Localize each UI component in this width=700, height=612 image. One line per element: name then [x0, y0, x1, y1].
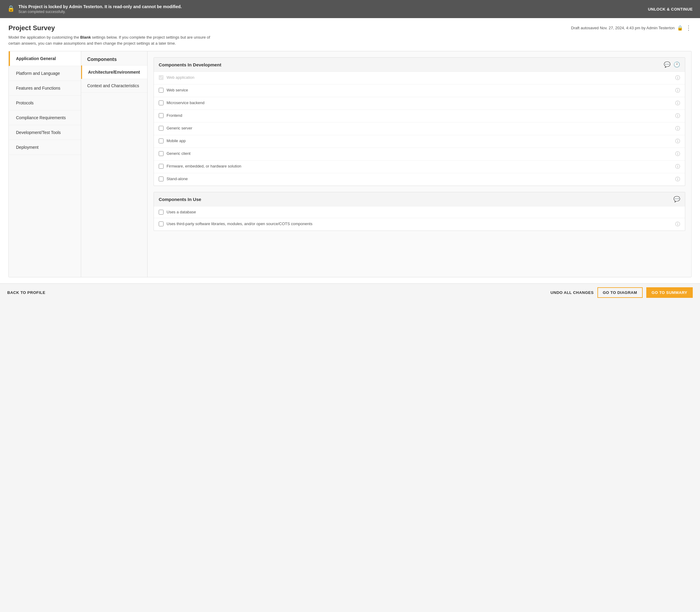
sidebar-item-protocols[interactable]: Protocols — [9, 96, 81, 110]
checkbox-web-service: Web service ⓘ — [154, 84, 685, 97]
checkbox-mobile-app-input[interactable] — [159, 139, 164, 143]
help-icon-mobile-app[interactable]: ⓘ — [675, 138, 680, 144]
checkbox-mobile-app: Mobile app ⓘ — [154, 135, 685, 148]
checkbox-web-application: Web application ⓘ — [154, 72, 685, 84]
banner-subtitle: Scan completed successfully. — [18, 10, 182, 14]
content-panel: Components In Development 💬 🕐 Web applic… — [148, 51, 691, 277]
components-in-development-section: Components In Development 💬 🕐 Web applic… — [154, 57, 685, 186]
checkbox-generic-client: Generic client ⓘ — [154, 148, 685, 161]
checkbox-uses-database-label: Uses a database — [167, 209, 680, 215]
checkbox-uses-third-party: Uses third-party software libraries, mod… — [154, 218, 685, 231]
go-to-diagram-button[interactable]: GO TO DIAGRAM — [598, 287, 643, 298]
project-description: Model the application by customizing the… — [9, 34, 220, 46]
checkbox-mobile-app-label: Mobile app — [167, 138, 672, 144]
checkbox-web-application-label: Web application — [167, 75, 672, 80]
checkbox-frontend-label: Frontend — [167, 113, 672, 118]
checkbox-firmware-embedded: Firmware, embedded, or hardware solution… — [154, 161, 685, 173]
autosave-text: Draft autosaved Nov. 27, 2024, 4:43 pm b… — [571, 26, 675, 30]
checkbox-generic-server-label: Generic server — [167, 126, 672, 131]
lock-banner-icon: 🔒 — [7, 5, 15, 12]
sidebar-item-application-general[interactable]: Application General — [9, 51, 81, 66]
middle-item-context-and-characteristics[interactable]: Context and Characteristics — [81, 79, 147, 93]
sidebar-item-deployment[interactable]: Deployment — [9, 140, 81, 155]
checkbox-uses-database: Uses a database — [154, 206, 685, 218]
help-icon-frontend[interactable]: ⓘ — [675, 113, 680, 119]
components-in-development-header: Components In Development 💬 🕐 — [154, 58, 685, 72]
project-meta: Draft autosaved Nov. 27, 2024, 4:43 pm b… — [571, 24, 692, 31]
help-icon-stand-alone[interactable]: ⓘ — [675, 176, 680, 183]
components-in-use-section: Components In Use 💬 Uses a database Uses… — [154, 192, 685, 231]
checkbox-web-service-label: Web service — [167, 87, 672, 93]
checkbox-microservice-backend-input[interactable] — [159, 100, 164, 105]
top-banner: 🔒 This Project is locked by Admin Tester… — [0, 0, 700, 18]
sidebar-item-compliance-requirements[interactable]: Compliance Requirements — [9, 110, 81, 125]
help-icon-generic-server[interactable]: ⓘ — [675, 126, 680, 132]
banner-title: This Project is locked by Admin Testerto… — [18, 4, 182, 9]
banner-left: 🔒 This Project is locked by Admin Tester… — [7, 4, 182, 14]
back-to-profile-button[interactable]: BACK TO PROFILE — [7, 290, 45, 295]
project-title: Project Survey — [9, 24, 55, 32]
meta-lock-icon: 🔒 — [677, 25, 683, 31]
components-in-development-title: Components In Development — [159, 62, 222, 67]
checkbox-stand-alone-label: Stand-alone — [167, 176, 672, 182]
bottom-bar: BACK TO PROFILE UNDO ALL CHANGES GO TO D… — [0, 283, 700, 302]
sidebar-item-development-test-tools[interactable]: Development/Test Tools — [9, 125, 81, 140]
middle-panel: Components Architecture/Environment Cont… — [81, 51, 148, 277]
checkbox-firmware-embedded-label: Firmware, embedded, or hardware solution — [167, 164, 672, 169]
checkbox-generic-server: Generic server ⓘ — [154, 123, 685, 135]
go-to-summary-button[interactable]: GO TO SUMMARY — [646, 287, 693, 298]
sidebar-item-platform-and-language[interactable]: Platform and Language — [9, 66, 81, 81]
help-icon-microservice-backend[interactable]: ⓘ — [675, 100, 680, 107]
components-in-use-header: Components In Use 💬 — [154, 192, 685, 206]
main-content: Project Survey Draft autosaved Nov. 27, … — [0, 18, 700, 283]
components-title: Components — [81, 51, 147, 66]
checkbox-frontend-input[interactable] — [159, 113, 164, 118]
checkbox-generic-client-label: Generic client — [167, 151, 672, 156]
checkbox-generic-server-input[interactable] — [159, 126, 164, 131]
components-in-use-title: Components In Use — [159, 197, 201, 202]
chat-icon[interactable]: 💬 — [664, 61, 670, 68]
bottom-right-actions: UNDO ALL CHANGES GO TO DIAGRAM GO TO SUM… — [551, 287, 693, 298]
checkbox-frontend: Frontend ⓘ — [154, 110, 685, 123]
checkbox-firmware-embedded-input[interactable] — [159, 164, 164, 169]
checkbox-microservice-backend-label: Microservice backend — [167, 100, 672, 106]
project-header: Project Survey Draft autosaved Nov. 27, … — [9, 24, 691, 32]
more-options-icon[interactable]: ⋮ — [686, 24, 691, 31]
survey-container: Application General Platform and Languag… — [9, 51, 691, 277]
checkbox-uses-third-party-input[interactable] — [159, 222, 164, 226]
checkbox-stand-alone-input[interactable] — [159, 177, 164, 181]
help-icon-firmware-embedded[interactable]: ⓘ — [675, 164, 680, 170]
chat-icon-in-use[interactable]: 💬 — [673, 196, 680, 203]
help-icon-generic-client[interactable]: ⓘ — [675, 151, 680, 157]
undo-all-changes-button[interactable]: UNDO ALL CHANGES — [551, 290, 594, 295]
checkbox-web-service-input[interactable] — [159, 88, 164, 93]
help-icon-web-application[interactable]: ⓘ — [675, 75, 680, 81]
help-icon-uses-third-party[interactable]: ⓘ — [675, 221, 680, 227]
banner-text: This Project is locked by Admin Testerto… — [18, 4, 182, 14]
checkbox-web-application-input[interactable] — [159, 75, 164, 80]
history-icon[interactable]: 🕐 — [673, 61, 680, 68]
checkbox-uses-third-party-label: Uses third-party software libraries, mod… — [167, 221, 672, 227]
checkbox-generic-client-input[interactable] — [159, 151, 164, 156]
middle-item-architecture-environment[interactable]: Architecture/Environment — [81, 66, 147, 79]
help-icon-web-service[interactable]: ⓘ — [675, 87, 680, 94]
unlock-continue-button[interactable]: UNLOCK & CONTINUE — [648, 7, 693, 12]
sidebar: Application General Platform and Languag… — [9, 51, 81, 277]
components-in-use-icons: 💬 — [673, 196, 680, 203]
checkbox-stand-alone: Stand-alone ⓘ — [154, 173, 685, 185]
checkbox-uses-database-input[interactable] — [159, 210, 164, 214]
checkbox-microservice-backend: Microservice backend ⓘ — [154, 97, 685, 110]
sidebar-item-features-and-functions[interactable]: Features and Functions — [9, 81, 81, 96]
section-header-icons: 💬 🕐 — [664, 61, 680, 68]
